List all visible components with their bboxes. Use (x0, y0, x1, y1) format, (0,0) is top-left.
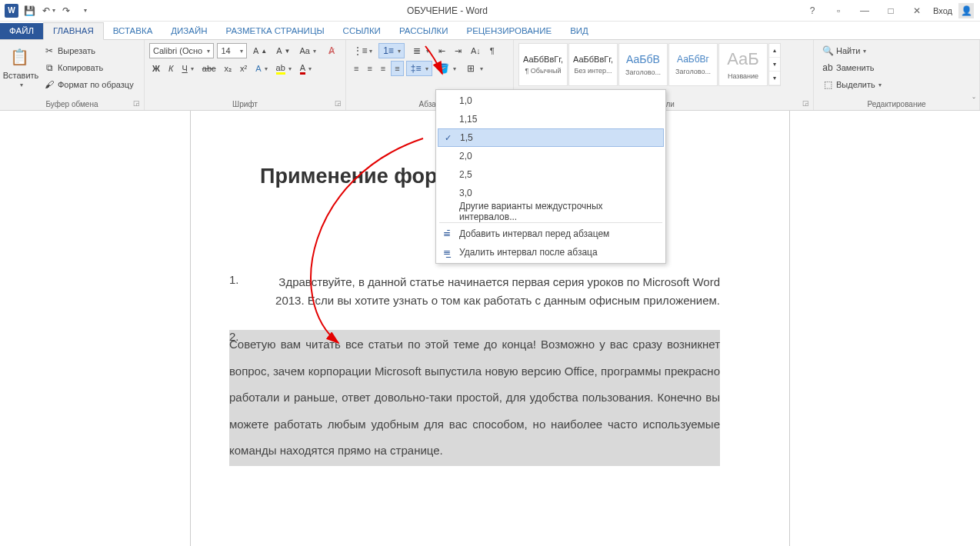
cut-button[interactable]: ✂Вырезать (40, 43, 137, 58)
font-color-button[interactable]: A▾ (297, 61, 315, 76)
font-size-combo[interactable]: 14▾ (217, 43, 247, 58)
grow-font-button[interactable]: A▲ (250, 43, 270, 58)
style-nospacing[interactable]: АаБбВвГг,Без интер... (568, 43, 618, 86)
group-clipboard: 📋 Вставить ▾ ✂Вырезать ⧉Копировать 🖌Форм… (0, 40, 145, 110)
format-painter-button[interactable]: 🖌Формат по образцу (40, 77, 137, 92)
increase-indent-button[interactable]: ⇥ (452, 43, 465, 58)
styles-more[interactable]: ▴▾▾ (768, 43, 781, 86)
find-button[interactable]: 🔍Найти▾ (818, 43, 975, 58)
document-list: Здравствуйте, в данной статье начинается… (260, 273, 720, 466)
spacing-30[interactable]: 3,0 (436, 184, 665, 202)
spacing-15[interactable]: 1,5 (438, 128, 664, 147)
change-case-button[interactable]: Aa▾ (297, 43, 319, 58)
redo-button[interactable]: ↷ (58, 3, 74, 18)
tab-references[interactable]: ССЫЛКИ (334, 23, 390, 39)
group-editing: 🔍Найти▾ abЗаменить ⬚Выделить▾ Редактиров… (814, 40, 980, 110)
tab-design[interactable]: ДИЗАЙН (162, 23, 216, 39)
tab-view[interactable]: ВИД (561, 23, 598, 39)
titlebar: W 💾 ↶▾ ↷ ▾ ОБУЧЕНИЕ - Word ? ▫ — □ ✕ Вхо… (0, 0, 980, 22)
list-item: Советую вам читать все статьи по этой те… (260, 330, 720, 466)
list-item: Здравствуйте, в данной статье начинается… (260, 273, 720, 310)
window-title: ОБУЧЕНИЕ - Word (92, 5, 802, 16)
show-marks-button[interactable]: ¶ (487, 43, 498, 58)
find-icon: 🔍 (822, 45, 834, 57)
undo-button[interactable]: ↶▾ (40, 3, 55, 18)
brush-icon: 🖌 (43, 78, 55, 91)
tab-insert[interactable]: ВСТАВКА (104, 23, 162, 39)
align-right-button[interactable]: ≡ (378, 61, 388, 76)
styles-launcher[interactable]: ◲ (801, 99, 810, 108)
justify-button[interactable]: ≡ (391, 61, 403, 76)
multilevel-button[interactable]: ≣▾ (408, 43, 432, 58)
highlight-button[interactable]: ab▾ (273, 61, 295, 76)
line-spacing-icon: ‡≡ (410, 62, 422, 75)
tab-home[interactable]: ГЛАВНАЯ (43, 22, 104, 40)
font-name-combo[interactable]: Calibri (Осно▾ (149, 43, 214, 58)
style-title[interactable]: АаБНазвание (718, 43, 768, 86)
subscript-button[interactable]: x₂ (222, 61, 235, 76)
sort-button[interactable]: A↓ (468, 43, 484, 58)
underline-button[interactable]: Ч▾ (178, 61, 196, 76)
bullets-button[interactable]: ⋮≡▾ (351, 43, 375, 58)
bullets-icon: ⋮≡ (354, 45, 366, 57)
spacing-20[interactable]: 2,0 (436, 147, 665, 165)
clear-format-button[interactable]: A̷ (322, 43, 341, 58)
select-button[interactable]: ⬚Выделить▾ (818, 77, 975, 92)
align-left-button[interactable]: ≡ (351, 61, 362, 76)
borders-button[interactable]: ⊞▾ (462, 61, 486, 76)
bold-button[interactable]: Ж (149, 61, 163, 76)
titlebar-right: ? ▫ — □ ✕ Вход 👤 (802, 3, 980, 18)
style-heading1[interactable]: АаБбВЗаголово... (618, 43, 668, 86)
help-button[interactable]: ? (802, 3, 822, 18)
line-spacing-button[interactable]: ‡≡▾ (406, 61, 432, 76)
numbering-button[interactable]: 1≡▾ (378, 43, 405, 58)
spacing-add-before[interactable]: ≡̄Добавить интервал перед абзацем (436, 225, 665, 243)
spacing-remove-after[interactable]: ≡̲Удалить интервал после абзаца (436, 243, 665, 261)
replace-button[interactable]: abЗаменить (818, 60, 975, 75)
bucket-icon: 🪣 (438, 62, 450, 75)
collapse-ribbon-button[interactable]: ˇ (972, 96, 975, 105)
minimize-button[interactable]: — (855, 3, 875, 18)
line-spacing-menu: 1,0 1,15 1,5 2,0 2,5 3,0 Другие варианты… (435, 89, 666, 264)
font-launcher[interactable]: ◲ (333, 99, 342, 108)
spacing-25[interactable]: 2,5 (436, 165, 665, 184)
strike-button[interactable]: abc (199, 61, 219, 76)
save-button[interactable]: 💾 (22, 3, 37, 18)
close-button[interactable]: ✕ (907, 3, 927, 18)
group-font: Calibri (Осно▾ 14▾ A▲ A▼ Aa▾ A̷ Ж К Ч▾ a… (145, 40, 346, 110)
ribbon-display-button[interactable]: ▫ (828, 3, 848, 18)
tab-mailings[interactable]: РАССЫЛКИ (390, 23, 458, 39)
maximize-button[interactable]: □ (881, 3, 901, 18)
ribbon-tabs: ФАЙЛ ГЛАВНАЯ ВСТАВКА ДИЗАЙН РАЗМЕТКА СТР… (0, 22, 980, 40)
style-normal[interactable]: АаБбВвГг,¶ Обычный (518, 43, 568, 86)
superscript-button[interactable]: x² (237, 61, 250, 76)
tab-file[interactable]: ФАЙЛ (0, 23, 43, 39)
tab-layout[interactable]: РАЗМЕТКА СТРАНИЦЫ (217, 23, 334, 39)
group-font-label: Шрифт◲ (149, 98, 341, 108)
italic-button[interactable]: К (165, 61, 176, 76)
paste-button[interactable]: 📋 Вставить ▾ (5, 43, 37, 92)
copy-icon: ⧉ (43, 62, 55, 74)
shading-button[interactable]: 🪣▾ (435, 61, 459, 76)
select-icon: ⬚ (822, 78, 834, 91)
text-effects-button[interactable]: A▾ (252, 61, 270, 76)
shrink-font-button[interactable]: A▼ (273, 43, 293, 58)
user-avatar-icon[interactable]: 👤 (958, 3, 974, 18)
align-center-button[interactable]: ≡ (364, 61, 375, 76)
qat-customize-button[interactable]: ▾ (77, 3, 92, 18)
multilevel-icon: ≣ (411, 45, 423, 57)
replace-icon: ab (822, 62, 834, 74)
clipboard-launcher[interactable]: ◲ (132, 99, 141, 108)
styles-gallery: АаБбВвГг,¶ Обычный АаБбВвГг,Без интер...… (518, 43, 781, 86)
login-label[interactable]: Вход (933, 6, 952, 15)
spacing-more[interactable]: Другие варианты междустрочных интервалов… (436, 202, 665, 221)
decrease-indent-button[interactable]: ⇤ (435, 43, 448, 58)
spacing-10[interactable]: 1,0 (436, 92, 665, 110)
style-heading2[interactable]: АаБбВгЗаголово... (668, 43, 718, 86)
spacing-115[interactable]: 1,15 (436, 110, 665, 128)
numbering-icon: 1≡ (382, 45, 395, 57)
eraser-icon: A̷ (325, 45, 338, 57)
tab-review[interactable]: РЕЦЕНЗИРОВАНИЕ (458, 23, 562, 39)
copy-button[interactable]: ⧉Копировать (40, 60, 137, 75)
quick-access-toolbar: W 💾 ↶▾ ↷ ▾ (0, 3, 92, 18)
